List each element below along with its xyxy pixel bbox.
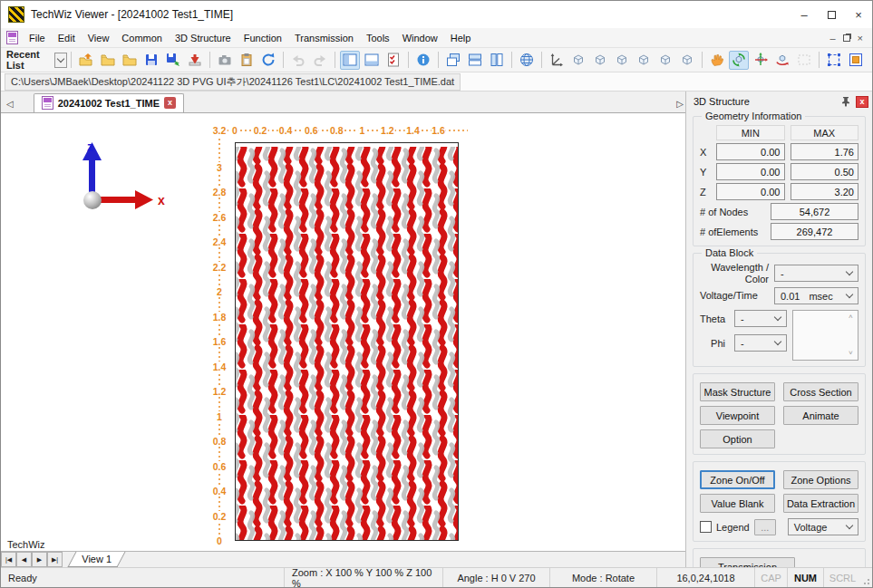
cross-section-button[interactable]: Cross Section (783, 382, 858, 401)
maximize-button[interactable] (818, 2, 845, 27)
voltage-time-select[interactable]: 0.01 msec (774, 287, 858, 304)
panel-close-button[interactable]: x (856, 96, 868, 108)
globe-button[interactable] (517, 51, 537, 70)
angle-listbox[interactable]: ˄ ˅ (792, 310, 858, 361)
paste-button[interactable] (237, 51, 257, 70)
menu-tools[interactable]: Tools (360, 31, 396, 45)
viewpoint-button[interactable]: Viewpoint (700, 406, 775, 425)
menu-file[interactable]: File (23, 31, 52, 45)
refresh-button[interactable] (258, 51, 278, 70)
cascade-windows-button[interactable] (443, 51, 463, 70)
checklist-button[interactable] (383, 51, 403, 70)
scroll-down-icon[interactable]: ˅ (849, 350, 856, 357)
option-button[interactable]: Option (700, 429, 775, 448)
pan-hand-button[interactable] (707, 51, 727, 70)
h-ruler-label: 1.6 (431, 125, 446, 136)
display-mode-select[interactable]: Voltage (788, 518, 858, 535)
x-axis-label: x (158, 193, 165, 207)
capture-button[interactable] (215, 51, 235, 70)
pin-icon[interactable] (839, 95, 852, 108)
minimize-button[interactable]: – (791, 2, 818, 27)
mdi-restore-button[interactable] (843, 34, 850, 42)
axis-xyz-button[interactable] (547, 51, 567, 70)
transmission-button[interactable]: Transmission (700, 557, 795, 567)
open-project-button[interactable] (76, 51, 96, 70)
panel-console-button[interactable] (362, 51, 382, 70)
panel-left-button[interactable] (340, 51, 360, 70)
mask-structure-button[interactable]: Mask Structure (700, 382, 775, 401)
paste-icon (239, 53, 254, 67)
cube-left-button[interactable] (634, 51, 654, 70)
app-logo-icon (8, 6, 24, 23)
menu-view[interactable]: View (82, 31, 116, 45)
animate-button[interactable]: Animate (783, 406, 858, 425)
view-nav-prev[interactable]: ◀ (16, 552, 32, 567)
status-mode: Mode : Rotate (549, 568, 656, 587)
cube-back-button[interactable] (612, 51, 632, 70)
v-ruler-label: 1.8 (212, 312, 228, 323)
document-tab-label: 20241002 Test1_TIME (58, 98, 160, 109)
value-blank-button[interactable]: Value Blank (700, 494, 775, 513)
info-button[interactable] (413, 51, 433, 70)
view-nav-next[interactable]: ▶ (32, 552, 47, 567)
menu-function[interactable]: Function (238, 31, 288, 45)
recent-list-dropdown[interactable] (54, 53, 67, 68)
menu-3d-structure[interactable]: 3D Structure (169, 31, 238, 45)
y-min-field: 0.00 (716, 163, 785, 180)
mdi-close-button[interactable]: × (858, 33, 863, 43)
save-button[interactable] (141, 51, 161, 70)
v-ruler-label: 0.8 (212, 436, 228, 447)
toolbar-separator (511, 52, 512, 68)
cube-right-button[interactable] (655, 51, 675, 70)
menu-edit[interactable]: Edit (52, 31, 82, 45)
v-ruler-label: 1.4 (212, 361, 228, 372)
view-nav-last[interactable]: ▶| (47, 552, 63, 567)
status-scroll-lock: SCRL (823, 568, 861, 587)
folder-open-2-button[interactable] (120, 51, 140, 70)
menu-window[interactable]: Window (396, 31, 444, 45)
legend-checkbox[interactable] (700, 521, 712, 533)
zoom-window-button[interactable] (846, 51, 866, 70)
spin-button[interactable] (772, 51, 792, 70)
zone-options-button[interactable]: Zone Options (783, 470, 858, 489)
resize-grip[interactable] (861, 568, 872, 587)
legend-more-button[interactable]: ... (754, 519, 776, 535)
view-tab[interactable]: View 1 (67, 552, 125, 567)
export-data-button[interactable] (185, 51, 205, 70)
menu-transmission[interactable]: Transmission (288, 31, 360, 45)
tile-vertical-icon (490, 53, 504, 67)
toolbar-separator (819, 52, 820, 68)
save-sync-button[interactable] (163, 51, 183, 70)
3d-viewport-canvas[interactable]: z x 00.20.40.60.811.21.41.6 3.232.82.62.… (1, 113, 685, 551)
tab-scroll-right[interactable]: ▷ (676, 99, 684, 109)
data-extraction-button[interactable]: Data Extraction (783, 494, 858, 513)
menu-common[interactable]: Common (115, 31, 169, 45)
menu-help[interactable]: Help (444, 31, 478, 45)
theta-select[interactable]: - (734, 310, 787, 327)
view-nav-first[interactable]: |◀ (1, 552, 16, 567)
y-max-field: 0.50 (791, 163, 859, 180)
nodes-value-field: 54,672 (771, 203, 858, 220)
scroll-up-icon[interactable]: ˄ (849, 313, 856, 321)
zoom-all-button[interactable] (824, 51, 844, 70)
undo-button (288, 51, 308, 70)
toolbar-separator (335, 52, 335, 68)
tab-close-button[interactable]: x (164, 97, 176, 109)
tile-vertical-button[interactable] (487, 51, 507, 70)
cube-iso-button[interactable] (568, 51, 588, 70)
cube-front-button[interactable] (590, 51, 610, 70)
mdi-minimize-button[interactable]: – (829, 33, 835, 43)
phi-select[interactable]: - (734, 334, 787, 352)
tile-horizontal-button[interactable] (465, 51, 485, 70)
close-button[interactable]: × (845, 2, 872, 27)
zone-onoff-button[interactable]: Zone On/Off (700, 470, 775, 489)
folder-open-button[interactable] (98, 51, 118, 70)
tab-scroll-left[interactable]: ◁ (1, 99, 17, 112)
wavelength-color-select[interactable]: - (774, 265, 858, 282)
cube-top-button[interactable] (677, 51, 697, 70)
v-ruler-label: 2 (216, 286, 223, 297)
rotate-button[interactable] (729, 51, 749, 70)
document-tab[interactable]: 20241002 Test1_TIME x (34, 93, 184, 112)
move-button[interactable] (751, 51, 771, 70)
v-ruler-label: 1.2 (212, 386, 228, 397)
